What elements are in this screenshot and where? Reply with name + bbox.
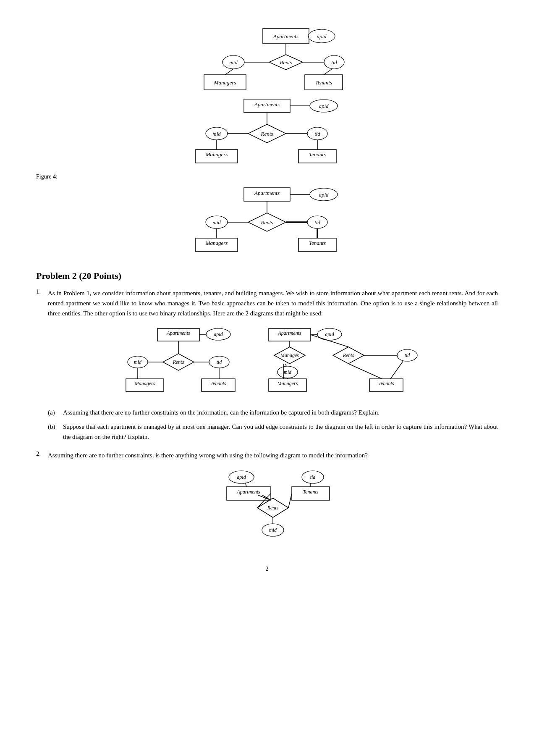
figure3-diagram: Apartments apid Rents mid tid <box>36 24 498 92</box>
page-content: Apartments apid Rents mid tid <box>36 24 498 572</box>
svg-text:apid: apid <box>237 474 246 480</box>
rents-label: Rents <box>280 59 292 66</box>
svg-text:Apartments: Apartments <box>254 190 280 196</box>
item1-num: 1. <box>36 288 44 446</box>
svg-line-10 <box>225 69 233 75</box>
svg-line-100 <box>288 494 292 508</box>
top-er-diagram-wrap: Apartments apid Rents mid tid Managers <box>36 96 498 169</box>
sub-a-label: (a) <box>48 407 60 417</box>
mid-text-t: mid <box>212 131 221 137</box>
svg-text:Apartments: Apartments <box>277 330 301 336</box>
svg-text:tid: tid <box>314 219 320 226</box>
figure4-svg: Apartments apid Rents mid tid Managers <box>179 184 355 258</box>
svg-text:Tenants: Tenants <box>379 381 394 386</box>
sub-item-a: (a) Assuming that there are no further c… <box>48 407 498 417</box>
managers-text-t: Managers <box>205 151 228 158</box>
item2-num: 2. <box>36 450 44 549</box>
svg-text:Tenants: Tenants <box>303 489 319 495</box>
svg-text:Managers: Managers <box>277 381 298 386</box>
svg-line-89 <box>246 483 246 487</box>
item1-text: As in Problem 1, we consider information… <box>48 290 498 317</box>
svg-text:apid: apid <box>319 192 329 198</box>
apartments-label: Apartments <box>273 33 298 39</box>
svg-text:Apartments: Apartments <box>236 489 260 495</box>
sub-list: (a) Assuming that there are no further c… <box>48 407 498 442</box>
managers-label-top: Managers <box>214 79 236 86</box>
svg-text:Tenants: Tenants <box>211 381 226 386</box>
svg-text:Rents: Rents <box>261 219 273 226</box>
svg-text:Managers: Managers <box>205 240 228 246</box>
tenants-text-t: Tenants <box>309 151 326 158</box>
svg-text:mid: mid <box>269 527 277 533</box>
sub-item-b: (b) Suppose that each apartment is manag… <box>48 422 498 442</box>
svg-line-74 <box>285 364 286 366</box>
figure4-label: Figure 4: <box>36 173 498 180</box>
figure3-svg: Apartments apid Rents mid tid <box>179 24 355 92</box>
apid-text: apid <box>319 103 329 109</box>
prob2-left-svg: Apartments apid Rents mid <box>122 325 239 399</box>
svg-text:apid: apid <box>325 331 334 337</box>
item2-text: Assuming there are no further constraint… <box>48 452 368 459</box>
svg-text:mid: mid <box>284 369 292 375</box>
svg-text:Managers: Managers <box>134 381 155 386</box>
tenants-label-top: Tenants <box>315 79 332 86</box>
tid-label-top: tid <box>331 59 337 66</box>
svg-text:tid: tid <box>405 352 411 358</box>
prob2-item2-diagram-wrap: apid Apartments tid Tenants <box>48 468 498 541</box>
page-number: 2 <box>36 566 498 572</box>
svg-text:Tenants: Tenants <box>309 240 326 246</box>
svg-text:tid: tid <box>310 474 316 480</box>
rents-text: Rents <box>261 131 273 137</box>
svg-text:Manages: Manages <box>280 352 299 358</box>
top-er-diagram-svg: Apartments apid Rents mid tid Managers <box>179 96 355 169</box>
problem2-item1: 1. As in Problem 1, we consider informat… <box>36 288 498 446</box>
svg-text:tid: tid <box>217 359 222 365</box>
svg-text:mid: mid <box>212 219 221 226</box>
svg-text:Apartments: Apartments <box>166 330 190 336</box>
problem2-diagrams: Apartments apid Rents mid <box>48 325 498 401</box>
svg-text:apid: apid <box>214 331 223 337</box>
mid-label-top: mid <box>229 59 238 66</box>
apid-label: apid <box>317 33 327 39</box>
svg-line-81 <box>390 361 403 379</box>
problem2-heading: Problem 2 (20 Points) <box>36 270 498 281</box>
item1-body: As in Problem 1, we consider information… <box>48 288 498 446</box>
figure4-diagram-wrap: Apartments apid Rents mid tid Managers <box>36 184 498 258</box>
svg-line-82 <box>348 364 382 379</box>
tid-text-t: tid <box>314 131 320 137</box>
prob2-right-svg: Apartments apid Manages Rents <box>264 325 424 401</box>
svg-text:mid: mid <box>134 359 142 365</box>
svg-text:Rents: Rents <box>173 359 184 365</box>
sub-a-text: Assuming that there are no further const… <box>63 407 498 417</box>
svg-text:Rents: Rents <box>343 352 354 358</box>
prob2-item2-svg: apid Apartments tid Tenants <box>195 468 351 541</box>
sub-b-text: Suppose that each apartment is managed b… <box>63 422 498 442</box>
item2-body: Assuming there are no further constraint… <box>48 450 498 549</box>
problem2-item2: 2. Assuming there are no further constra… <box>36 450 498 549</box>
svg-text:Rents: Rents <box>267 505 279 511</box>
sub-b-label: (b) <box>48 422 60 442</box>
svg-line-11 <box>324 69 332 75</box>
apts-text: Apartments <box>254 101 280 108</box>
